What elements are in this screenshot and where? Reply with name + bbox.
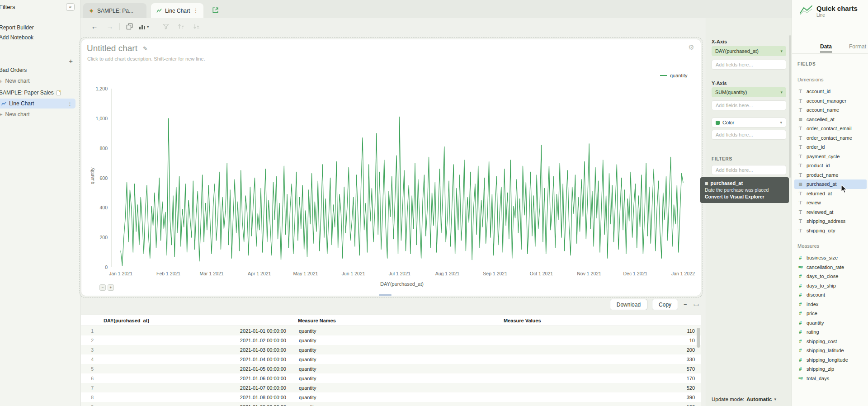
tab-line-chart[interactable]: Line Chart ⋮	[151, 3, 203, 18]
row-number: 1	[81, 328, 99, 334]
text-type-icon: T	[797, 98, 803, 104]
dimension-account_id[interactable]: Taccount_id	[794, 87, 867, 96]
chart-cell[interactable]: Untitled chart ✎ Click to add chart desc…	[81, 39, 701, 296]
measure-quantity[interactable]: #quantity	[794, 318, 867, 328]
back-icon[interactable]: ←	[90, 22, 99, 32]
measure-index[interactable]: #index	[794, 300, 867, 309]
collapse-table-icon[interactable]: −	[683, 301, 688, 308]
column-header[interactable]: Measure Names	[293, 318, 499, 323]
measure-shipping_zip[interactable]: #shipping_zip	[794, 364, 867, 374]
duplicate-cell-icon[interactable]	[124, 22, 134, 32]
chart-settings-gear-icon[interactable]: ⚙	[689, 43, 694, 52]
table-row[interactable]: 92021-01-09 00:00:00quantity100	[81, 402, 701, 406]
table-cell: quantity	[293, 376, 499, 381]
column-header[interactable]: DAY(purchased_at)	[99, 318, 293, 323]
table-row[interactable]: 22021-01-02 00:00:00quantity10	[81, 335, 701, 345]
kebab-menu-icon[interactable]: ⋮	[67, 101, 72, 107]
resize-handle[interactable]	[379, 294, 392, 296]
measure-price[interactable]: #price	[794, 309, 867, 318]
update-mode-row: Update mode: Automatic ▾	[712, 397, 776, 402]
measure-shipping_cost[interactable]: #shipping_cost	[794, 337, 867, 346]
measure-business_size[interactable]: #business_size	[794, 253, 867, 263]
config-scrollbar-thumb[interactable]	[789, 35, 791, 178]
tab-sample-paper-sales[interactable]: SAMPLE: Pa...	[83, 3, 146, 18]
measure-days_to_close[interactable]: #days_to_close	[794, 272, 867, 281]
kebab-menu-icon[interactable]: ⋮	[193, 8, 198, 14]
dimension-account_name[interactable]: Taccount_name	[794, 105, 867, 115]
measures-header: Measures	[797, 243, 819, 249]
table-row[interactable]: 72021-01-07 00:00:00quantity520	[81, 383, 701, 392]
measure-rating[interactable]: #rating	[794, 327, 867, 337]
table-row[interactable]: 82021-01-08 00:00:00quantity390	[81, 392, 701, 402]
chart-legend[interactable]: quantity	[660, 73, 688, 78]
sidebar-item-report-builder[interactable]: Report Builder	[0, 23, 80, 33]
sidebar-item-label: Add Notebook	[0, 34, 33, 41]
measure-shipping_longitude[interactable]: #shipping_longitude	[794, 355, 867, 365]
table-row[interactable]: 62021-01-06 00:00:00quantity170	[81, 373, 701, 383]
measure-shipping_latitude[interactable]: #shipping_latitude	[794, 346, 867, 355]
expand-table-icon[interactable]: ▭	[693, 301, 700, 308]
dimension-review[interactable]: Treview	[794, 198, 867, 208]
sidebar-item-new-chart[interactable]: + New chart	[0, 76, 80, 86]
chart-zoom-out-icon[interactable]: −	[99, 284, 106, 291]
dimension-reviewed_at[interactable]: Treviewed_at	[794, 208, 867, 217]
table-row[interactable]: 42021-01-04 00:00:00quantity330	[81, 354, 701, 364]
field-name: payment_cycle	[807, 154, 840, 159]
table-row[interactable]: 12021-01-01 00:00:00quantity110	[81, 326, 701, 335]
dimension-purchased_at[interactable]: ▦purchased_at	[794, 179, 867, 189]
sidebar-item-bad-orders[interactable]: Bad Orders	[0, 65, 80, 75]
forward-icon: →	[105, 22, 115, 32]
measure-cancellation_rate[interactable]: =#cancellation_rate	[794, 263, 867, 272]
dimension-product_id[interactable]: Tproduct_id	[794, 161, 867, 170]
chart-zoom-in-icon[interactable]: +	[108, 284, 114, 291]
tab-data[interactable]: Data	[820, 43, 832, 52]
add-item-icon[interactable]: +	[69, 57, 73, 65]
sidebar-item-new-chart-2[interactable]: + New chart	[0, 109, 80, 119]
sidebar-item-line-chart-selected[interactable]: Line Chart ⋮	[0, 99, 75, 109]
dimension-order_contact_name[interactable]: Torder_contact_name	[794, 133, 867, 143]
x-axis-add-field-dropzone[interactable]: Add fields here...	[712, 60, 786, 70]
chevron-down-icon: ▾	[780, 120, 782, 125]
column-header[interactable]: Measure Values	[499, 318, 701, 323]
dimension-payment_cycle[interactable]: Tpayment_cycle	[794, 152, 867, 161]
sidebar-item-add-notebook[interactable]: Add Notebook	[0, 33, 80, 42]
filters-add-field-dropzone[interactable]: Add fields here...	[712, 165, 786, 175]
export-icon[interactable]	[212, 6, 219, 14]
copy-button[interactable]: Copy	[652, 299, 678, 310]
number-type-icon: #	[797, 339, 803, 344]
measure-total_days[interactable]: =#total_days	[794, 374, 867, 383]
color-section-dropdown[interactable]: Color ▾	[712, 118, 786, 127]
chevron-down-icon[interactable]: ▾	[780, 90, 783, 94]
dimension-cancelled_at[interactable]: ▦cancelled_at	[794, 115, 867, 124]
dimension-returned_at[interactable]: Treturned_at	[794, 189, 867, 198]
table-row[interactable]: 52021-01-05 00:00:00quantity570	[81, 364, 701, 373]
measure-days_to_ship[interactable]: #days_to_ship	[794, 281, 867, 291]
download-button[interactable]: Download	[610, 299, 647, 310]
tooltip-action-convert[interactable]: Convert to Visual Explorer	[705, 194, 784, 199]
dimension-shipping_address[interactable]: Tshipping_address	[794, 217, 867, 226]
update-mode-value[interactable]: Automatic	[746, 397, 772, 402]
y-axis-field-pill[interactable]: SUM(quantity) ▾	[712, 87, 786, 97]
dimension-product_name[interactable]: Tproduct_name	[794, 170, 867, 180]
dimension-order_id[interactable]: Torder_id	[794, 142, 867, 152]
tab-format[interactable]: Format	[849, 43, 866, 50]
table-scrollbar-thumb[interactable]	[697, 328, 700, 348]
chevron-down-icon[interactable]: ▾	[780, 49, 783, 53]
collapse-sidebar-icon[interactable]: «	[66, 3, 75, 11]
sidebar-item-sample-paper-sales[interactable]: SAMPLE: Paper Sales	[0, 88, 80, 98]
dimension-shipping_city[interactable]: Tshipping_city	[794, 226, 867, 236]
line-chart-plot[interactable]	[111, 89, 693, 267]
dimension-order_contact_email[interactable]: Torder_contact_email	[794, 124, 867, 133]
dimension-account_manager[interactable]: Taccount_manager	[794, 96, 867, 106]
color-add-field-dropzone[interactable]: Add fields here...	[712, 130, 786, 140]
chart-type-selector[interactable]: ▾	[139, 24, 149, 30]
table-row[interactable]: 32021-01-03 00:00:00quantity200	[81, 345, 701, 354]
text-type-icon: T	[797, 228, 803, 233]
chart-title[interactable]: Untitled chart	[87, 43, 137, 53]
x-axis-field-pill[interactable]: DAY(purchased_at) ▾	[712, 46, 786, 56]
y-axis-add-field-dropzone[interactable]: Add fields here...	[712, 100, 786, 110]
row-number: 8	[81, 395, 99, 400]
edit-title-icon[interactable]: ✎	[143, 45, 148, 52]
measure-discount[interactable]: #discount	[794, 290, 867, 300]
chart-description-placeholder[interactable]: Click to add chart description. Shift-en…	[87, 56, 205, 61]
